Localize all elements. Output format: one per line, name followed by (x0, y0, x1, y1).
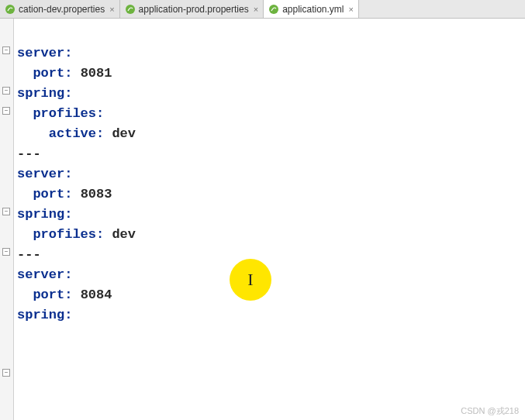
tab-label: application-prod.properties (139, 4, 249, 15)
editor-tabs: cation-dev.properties × application-prod… (0, 0, 525, 19)
yaml-key: server: (17, 46, 72, 60)
tab-prod-properties[interactable]: application-prod.properties × (120, 0, 264, 18)
tab-dev-properties[interactable]: cation-dev.properties × (0, 0, 120, 18)
fold-marker[interactable]: – (2, 87, 10, 95)
yaml-key: spring: (17, 86, 72, 101)
spring-file-icon (5, 4, 16, 15)
fold-marker[interactable]: – (2, 46, 10, 54)
yaml-key: port: (17, 187, 81, 201)
yaml-key: profiles: (17, 227, 112, 242)
yaml-key: server: (17, 167, 72, 181)
yaml-value: 8083 (81, 187, 112, 201)
tab-label: application.yml (282, 4, 344, 15)
close-icon[interactable]: × (349, 5, 354, 14)
tab-label: cation-dev.properties (19, 4, 105, 15)
watermark: CSDN @戎218 (461, 405, 519, 417)
yaml-key: profiles: (17, 106, 104, 121)
svg-point-2 (269, 5, 278, 14)
yaml-key: port: (17, 287, 81, 302)
gutter: – – – – – – (0, 19, 14, 420)
fold-marker[interactable]: – (2, 107, 10, 115)
yaml-separator: --- (17, 247, 41, 262)
yaml-key: spring: (17, 207, 72, 222)
fold-marker[interactable]: – (2, 369, 10, 377)
yaml-key: port: (17, 66, 81, 81)
code-editor[interactable]: server: port: 8081 spring: profiles: act… (14, 19, 525, 420)
editor-wrap: – – – – – – server: port: 8081 spring: p… (0, 19, 525, 420)
svg-point-1 (126, 5, 135, 14)
yaml-key: active: (17, 126, 112, 141)
yaml-key: spring: (17, 308, 72, 322)
yaml-value: dev (112, 126, 136, 141)
yaml-key: server: (17, 267, 72, 282)
spring-file-icon (268, 4, 279, 15)
tab-application-yml[interactable]: application.yml × (264, 0, 359, 18)
svg-point-0 (5, 5, 15, 14)
close-icon[interactable]: × (254, 5, 258, 14)
spring-file-icon (125, 4, 136, 15)
yaml-separator: --- (17, 146, 41, 161)
text-cursor-icon: I (247, 270, 253, 290)
fold-marker[interactable]: – (2, 208, 10, 215)
close-icon[interactable]: × (109, 5, 114, 14)
yaml-value: 8081 (81, 66, 112, 81)
yaml-value: 8084 (81, 287, 112, 302)
fold-marker[interactable]: – (2, 248, 10, 256)
cursor-highlight: I (230, 259, 271, 301)
yaml-value: dev (112, 227, 136, 242)
